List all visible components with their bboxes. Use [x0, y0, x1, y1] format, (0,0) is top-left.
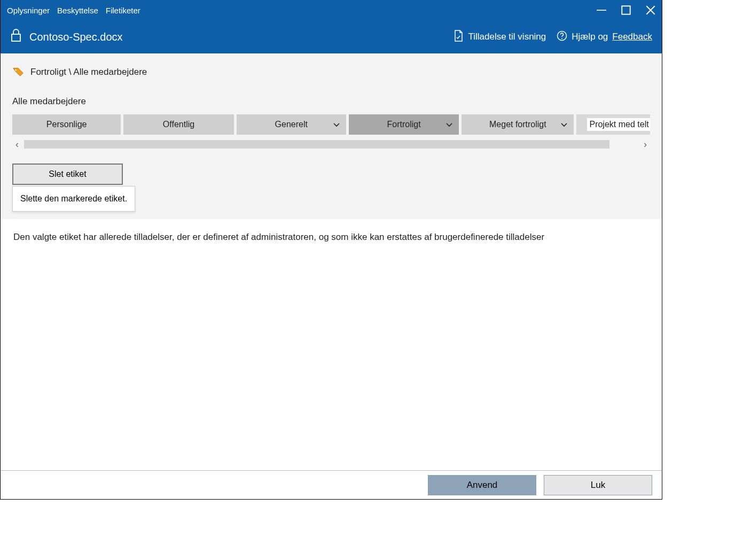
description-text: Den valgte etiket har allerede tilladels…: [1, 219, 662, 243]
label-highly-confidential-text: Meget fortroligt: [462, 120, 574, 129]
description-area: Den valgte etiket har allerede tilladels…: [1, 219, 662, 243]
label-highly-confidential[interactable]: Meget fortroligt: [462, 114, 574, 135]
header-right: Tilladelse til visning Hjælp og Feedback: [453, 30, 652, 44]
label-project-tent-text: Projekt med telt: [587, 118, 650, 131]
chevron-down-icon: [333, 120, 340, 129]
breadcrumb-text: Fortroligt \ Alle medarbejdere: [30, 67, 147, 77]
help-icon: [557, 30, 567, 44]
labels-row: Personlige Offentlig Generelt Fortroligt…: [12, 114, 650, 135]
doc-title-wrap: Contoso-Spec.docx: [10, 29, 123, 45]
label-public-text: Offentlig: [123, 120, 233, 129]
chevron-down-icon: [446, 120, 452, 129]
menu-info[interactable]: Oplysninger: [7, 6, 50, 15]
label-personal-text: Personlige: [12, 120, 121, 129]
maximize-icon[interactable]: [621, 5, 631, 15]
label-general[interactable]: Generelt: [237, 114, 346, 135]
document-permission-icon: [453, 30, 464, 44]
label-project-tent[interactable]: Projekt med telt: [576, 114, 650, 135]
document-title: Contoso-Spec.docx: [29, 31, 123, 43]
label-public[interactable]: Offentlig: [123, 114, 233, 135]
apply-button[interactable]: Anvend: [428, 475, 536, 495]
close-button[interactable]: Luk: [544, 475, 652, 495]
delete-label-button[interactable]: Slet etiket: [12, 164, 123, 185]
permission-link-label: Tilladelse til visning: [468, 32, 546, 42]
minimize-icon[interactable]: [597, 5, 606, 15]
svg-point-6: [561, 38, 562, 39]
label-personal[interactable]: Personlige: [12, 114, 121, 135]
permission-link[interactable]: Tilladelse til visning: [453, 30, 546, 44]
lock-icon: [10, 29, 22, 45]
titlebar: Oplysninger Beskyttelse Filetiketer: [1, 0, 662, 20]
svg-point-7: [15, 69, 17, 71]
footer: Anvend Luk: [1, 470, 662, 499]
svg-rect-4: [12, 34, 20, 41]
subtitle: Alle medarbejdere: [12, 96, 650, 107]
label-confidential-text: Fortroligt: [349, 120, 459, 129]
tag-icon: [12, 65, 24, 79]
close-icon[interactable]: [646, 5, 655, 15]
scroll-track[interactable]: [24, 140, 609, 149]
label-confidential[interactable]: Fortroligt: [349, 114, 459, 135]
help-and-label: Hjælp og: [572, 32, 608, 42]
label-scroll-row: ‹ ›: [12, 139, 650, 150]
delete-tooltip: Slette den markerede etiket.: [12, 186, 135, 212]
chevron-down-icon: [561, 120, 567, 129]
scroll-right-icon[interactable]: ›: [640, 139, 650, 150]
menu-items: Oplysninger Beskyttelse Filetiketer: [7, 6, 140, 15]
svg-rect-1: [622, 6, 630, 14]
delete-wrap: Slet etiket Slette den markerede etiket.: [12, 164, 123, 185]
window-controls: [597, 5, 655, 15]
header-bar: Contoso-Spec.docx Tilladelse til visning…: [1, 20, 662, 53]
scroll-left-icon[interactable]: ‹: [12, 139, 22, 150]
menu-filelabels[interactable]: Filetiketer: [106, 6, 140, 15]
label-general-text: Generelt: [237, 120, 346, 129]
breadcrumb-row: Fortroligt \ Alle medarbejdere: [12, 65, 650, 79]
feedback-label: Feedback: [612, 32, 652, 42]
menu-protection[interactable]: Beskyttelse: [57, 6, 98, 15]
content-area: Fortroligt \ Alle medarbejdere Alle meda…: [1, 53, 662, 219]
help-feedback-link[interactable]: Hjælp og Feedback: [557, 30, 652, 44]
